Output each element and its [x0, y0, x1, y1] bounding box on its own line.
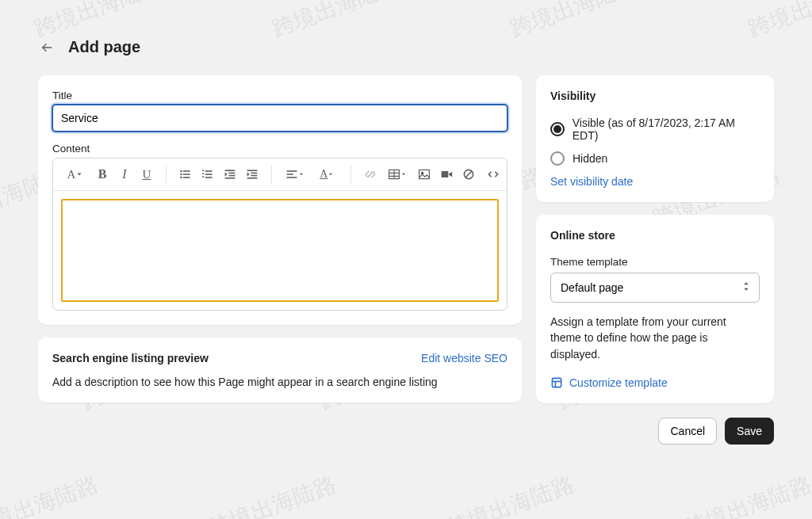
- chevron-down-icon: [298, 171, 304, 177]
- svg-rect-6: [205, 170, 212, 172]
- outdent-button[interactable]: [219, 163, 241, 185]
- align-left-icon: [285, 168, 298, 181]
- italic-icon: I: [122, 167, 126, 181]
- radio-checked-icon: [550, 122, 565, 136]
- svg-rect-11: [202, 176, 204, 177]
- text-color-button[interactable]: A: [311, 163, 343, 185]
- clear-formatting-button[interactable]: [458, 163, 480, 185]
- svg-rect-3: [182, 174, 190, 175]
- bold-button[interactable]: B: [91, 163, 113, 185]
- link-button[interactable]: [359, 163, 381, 185]
- svg-rect-8: [205, 177, 212, 178]
- edit-seo-link[interactable]: Edit website SEO: [421, 352, 508, 364]
- watermark: 跨境出海陆路: [443, 469, 579, 519]
- title-content-card: Title Content A B I: [38, 75, 522, 325]
- content-label: Content: [52, 143, 508, 155]
- customize-template-link[interactable]: Customize template: [569, 376, 668, 389]
- svg-rect-9: [202, 170, 204, 171]
- svg-rect-18: [251, 175, 257, 177]
- chevron-down-icon: [75, 170, 83, 178]
- table-icon: [388, 168, 400, 181]
- font-family-button[interactable]: A: [59, 163, 91, 185]
- bullet-list-icon: [179, 168, 192, 181]
- editor-toolbar: A B I U: [53, 158, 507, 191]
- svg-rect-20: [287, 170, 297, 172]
- svg-point-2: [180, 174, 182, 175]
- title-input[interactable]: [52, 105, 508, 132]
- footer-actions: Cancel Save: [38, 418, 774, 445]
- visibility-visible-label: Visible (as of 8/17/2023, 2:17 AM EDT): [573, 116, 760, 142]
- clear-icon: [462, 168, 475, 181]
- title-label: Title: [52, 90, 508, 101]
- chevron-down-icon: [400, 171, 407, 177]
- svg-rect-15: [224, 177, 235, 179]
- separator: [350, 166, 351, 183]
- visibility-card: Visibility Visible (as of 8/17/2023, 2:1…: [536, 75, 774, 202]
- table-button[interactable]: [381, 163, 413, 185]
- arrow-left-icon: [40, 40, 54, 55]
- seo-heading: Search engine listing preview: [52, 352, 209, 364]
- image-button[interactable]: [413, 163, 435, 185]
- svg-line-31: [465, 171, 472, 177]
- chevron-down-icon: [327, 171, 334, 177]
- text-color-icon: A: [320, 168, 327, 181]
- template-icon: [550, 376, 563, 389]
- numbered-list-icon: [201, 168, 214, 181]
- align-button[interactable]: [279, 163, 311, 185]
- rich-text-editor: A B I U: [52, 158, 508, 311]
- svg-rect-16: [247, 170, 257, 171]
- save-button[interactable]: Save: [725, 418, 774, 445]
- svg-rect-27: [419, 170, 430, 178]
- bullet-list-button[interactable]: [174, 163, 197, 185]
- svg-point-4: [180, 177, 182, 178]
- indent-button[interactable]: [241, 163, 263, 185]
- svg-rect-12: [224, 170, 235, 171]
- visibility-option-visible[interactable]: Visible (as of 8/17/2023, 2:17 AM EDT): [550, 116, 760, 142]
- theme-template-select[interactable]: Default page: [551, 273, 759, 302]
- video-button[interactable]: [435, 163, 458, 185]
- seo-description: Add a description to see how this Page m…: [52, 376, 508, 388]
- svg-rect-7: [205, 174, 212, 175]
- html-view-button[interactable]: [486, 163, 500, 185]
- image-icon: [418, 168, 431, 181]
- theme-template-label: Theme template: [550, 256, 760, 268]
- set-visibility-date-link[interactable]: Set visibility date: [550, 175, 633, 188]
- italic-button[interactable]: I: [113, 163, 136, 185]
- svg-rect-14: [228, 175, 235, 177]
- underline-icon: U: [143, 168, 151, 181]
- separator: [166, 166, 167, 183]
- svg-rect-5: [182, 177, 190, 178]
- separator: [271, 166, 272, 183]
- svg-rect-22: [287, 177, 297, 178]
- watermark: 跨境出海陆路: [205, 469, 341, 519]
- page-header: Add page: [38, 38, 774, 56]
- font-icon: A: [67, 168, 76, 181]
- svg-point-0: [180, 170, 182, 172]
- online-store-card: Online store Theme template Default page…: [536, 215, 774, 403]
- svg-rect-10: [202, 173, 204, 174]
- svg-rect-32: [552, 378, 561, 387]
- svg-rect-29: [442, 171, 449, 177]
- cancel-button[interactable]: Cancel: [658, 418, 717, 445]
- template-description: Assign a template from your current them…: [550, 314, 760, 362]
- code-icon: [487, 168, 500, 181]
- editor-body[interactable]: [61, 199, 499, 302]
- svg-rect-21: [287, 174, 293, 175]
- bold-icon: B: [98, 167, 107, 181]
- indent-icon: [246, 168, 259, 181]
- visibility-option-hidden[interactable]: Hidden: [550, 151, 760, 166]
- watermark: 跨境出海陆路: [681, 469, 812, 519]
- link-icon: [364, 168, 377, 181]
- page-title: Add page: [68, 38, 140, 56]
- numbered-list-button[interactable]: [197, 163, 219, 185]
- svg-rect-19: [247, 177, 257, 179]
- underline-button[interactable]: U: [136, 163, 158, 185]
- visibility-hidden-label: Hidden: [573, 152, 607, 165]
- watermark: 跨境出海陆路: [0, 469, 102, 519]
- online-store-heading: Online store: [550, 229, 760, 242]
- video-icon: [440, 168, 453, 181]
- seo-preview-card: Search engine listing preview Edit websi…: [38, 338, 522, 403]
- outdent-icon: [224, 168, 236, 181]
- back-button[interactable]: [38, 39, 56, 56]
- theme-template-select-wrap: Default page: [550, 273, 760, 303]
